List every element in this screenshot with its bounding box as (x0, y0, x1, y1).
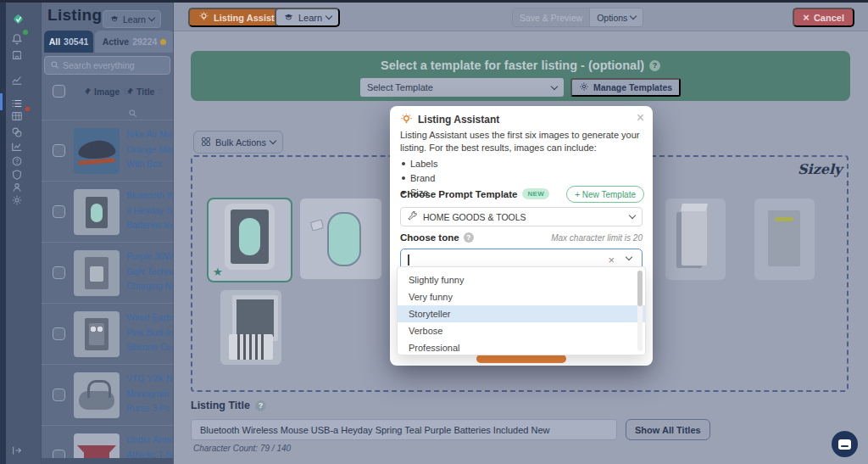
manage-templates-button[interactable]: Manage Templates (570, 78, 681, 97)
listing-title-input[interactable] (191, 419, 617, 440)
learn-dropdown-label: Learn (298, 13, 322, 23)
character-count: Character Count: 79 / 140 (193, 444, 291, 453)
learn-button[interactable]: Learn (103, 10, 161, 28)
template-banner-title: Select a template for faster listing - (… (381, 59, 644, 72)
inventory-grid-icon[interactable] (11, 109, 30, 124)
show-all-titles-button[interactable]: Show All Titles (626, 419, 710, 440)
star-icon: ★ (213, 266, 223, 278)
sales-coins-icon[interactable] (11, 125, 30, 140)
dropdown-scrollbar[interactable] (637, 271, 643, 351)
column-header-image[interactable]: Image ⇅ (84, 87, 129, 97)
gear-icon (579, 81, 589, 93)
cancel-button[interactable]: × Cancel (793, 8, 854, 27)
expand-sidebar-icon[interactable] (11, 443, 30, 458)
scrollbar-thumb[interactable] (637, 271, 643, 306)
product-title-link[interactable]: Bluetooth Wa Heyday SpBatteries Inc (126, 188, 174, 233)
close-icon[interactable]: × (637, 110, 644, 126)
table-row[interactable]: Purple 30WGaN TechnoCharging Ne (42, 242, 174, 303)
tone-option[interactable]: Very funny (398, 288, 645, 305)
prompt-template-select[interactable]: HOME GOODS & TOOLS (400, 207, 643, 226)
help-icon[interactable] (255, 400, 266, 411)
learn-button-label: Learn (123, 14, 146, 25)
options-button[interactable]: Options (589, 8, 643, 26)
clear-icon[interactable]: × (608, 254, 615, 266)
tab-all[interactable]: All 30541 (44, 31, 93, 53)
listing-assistant-modal: Listing Assistant × Listing Assistant us… (390, 106, 653, 366)
chat-bubble-button[interactable] (832, 431, 858, 457)
settings-gear-icon[interactable] (11, 193, 30, 208)
chevron-down-icon (551, 82, 558, 89)
bulk-actions-button[interactable]: Bulk Actions (193, 131, 283, 154)
image-tile[interactable] (220, 290, 281, 365)
close-icon: × (803, 12, 810, 23)
product-title-link[interactable]: Nike Air MaxOrange MenWith Box (126, 127, 174, 172)
product-title-link[interactable]: Wired EarbuPink Built-inSilicone Cus (126, 310, 174, 355)
pin-icon (84, 87, 92, 97)
image-tile-selected[interactable]: ★ (207, 198, 292, 282)
premium-icon (160, 39, 166, 45)
tone-option[interactable]: Storyteller (398, 305, 645, 322)
product-thumbnail[interactable] (74, 250, 120, 296)
image-tile[interactable] (754, 198, 815, 280)
row-checkbox[interactable] (53, 205, 65, 218)
chevron-down-icon (270, 137, 276, 144)
chevron-down-icon (626, 254, 632, 260)
row-checkbox[interactable] (53, 266, 65, 279)
new-template-button[interactable]: + New Template (566, 186, 644, 203)
save-options-group: Save & Preview Options (512, 8, 643, 27)
save-preview-button[interactable]: Save & Preview (513, 8, 589, 26)
analytics-chart-icon[interactable] (11, 72, 30, 87)
select-template-placeholder: Select Template (367, 82, 433, 92)
row-checkbox[interactable] (53, 327, 65, 340)
tone-option[interactable]: Verbose (398, 322, 645, 339)
product-title-link[interactable]: VTG Y2K NinMonogramPurse 3 Pc S (126, 372, 174, 416)
learn-dropdown-button[interactable]: Learn (275, 8, 340, 27)
product-thumbnail[interactable] (74, 311, 120, 357)
column-header-title-label: Title (136, 87, 154, 97)
select-all-checkbox[interactable] (53, 85, 65, 98)
search-box[interactable] (44, 56, 170, 75)
column-header-title[interactable]: Title ⇅ (126, 87, 164, 97)
table-row[interactable]: VTG Y2K NinMonogramPurse 3 Pc S (42, 364, 174, 425)
help-icon[interactable] (464, 232, 474, 243)
table-header: Image ⇅ Title ⇅ (42, 81, 174, 106)
notifications-bell-icon[interactable] (11, 31, 30, 47)
chevron-down-icon (630, 13, 637, 20)
app-logo-icon[interactable] (11, 11, 30, 26)
table-row[interactable]: Nike Air MaxOrange MenWith Box (42, 120, 174, 181)
cancel-button-label: Cancel (814, 13, 844, 23)
reports-chart-icon[interactable] (11, 139, 30, 154)
product-thumbnail[interactable] (74, 128, 120, 174)
table-row[interactable]: Bluetooth Wa Heyday SpBatteries Inc (42, 181, 174, 242)
sidebar-edge (0, 3, 6, 464)
column-header-image-label: Image (94, 87, 120, 97)
prompt-template-row: Choose Prompt Template NEW (400, 188, 549, 199)
bullet-item: Brand (402, 171, 437, 185)
select-template-dropdown[interactable]: Select Template (360, 78, 564, 97)
tab-active[interactable]: Active 29224 (95, 31, 174, 53)
notification-dot (23, 30, 28, 35)
sort-icon: ⇅ (157, 87, 164, 96)
chat-icon (838, 439, 851, 450)
app-window: Listings Learn All 30541 Active 29224 Im… (0, 0, 868, 464)
row-checkbox[interactable] (53, 144, 65, 157)
graduation-cap-icon (109, 14, 120, 25)
options-button-label: Options (597, 13, 627, 23)
template-banner: Select a template for faster listing - (… (191, 51, 850, 101)
help-icon[interactable] (649, 60, 660, 71)
row-checkbox[interactable] (53, 389, 65, 401)
listing-title-label-row: Listing Title (191, 400, 266, 411)
tone-option[interactable]: Slightly funny (398, 271, 645, 288)
chevron-down-icon (148, 14, 155, 21)
horizontal-scrollbar[interactable] (42, 458, 174, 464)
product-thumbnail[interactable] (74, 372, 120, 418)
table-row[interactable]: Wired EarbuPink Built-inSilicone Cus (42, 303, 174, 364)
image-tile[interactable] (300, 198, 381, 279)
product-title-link[interactable]: Purple 30WGaN TechnoCharging Ne (126, 249, 174, 294)
tone-option[interactable]: Professional (398, 339, 645, 356)
store-icon[interactable] (11, 48, 30, 63)
search-input[interactable] (63, 60, 156, 70)
image-tile[interactable] (665, 198, 726, 280)
brand-watermark: Sizely (798, 161, 842, 177)
product-thumbnail[interactable] (74, 189, 120, 235)
